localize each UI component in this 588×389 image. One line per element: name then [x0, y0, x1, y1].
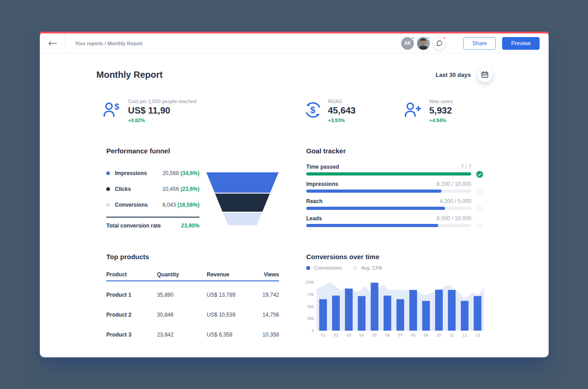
svg-text:01: 01 [321, 333, 325, 337]
avatar-ak[interactable]: AK [401, 37, 414, 50]
person-dollar-icon: $ [103, 99, 122, 123]
cell-product: Product 1 [106, 292, 157, 298]
svg-text:09: 09 [424, 333, 428, 337]
avatar-photo[interactable] [417, 37, 430, 50]
online-status-dot [411, 37, 414, 40]
goal-label: Reach [306, 198, 322, 204]
cell-views: 10,358 [256, 332, 279, 338]
kpi-new-users: New users 5,932 +4.94% [404, 99, 453, 123]
progress-track [306, 207, 471, 210]
online-status-dot [427, 37, 430, 40]
goal-row-impressions: Impressions8.200 / 10.000 [306, 181, 471, 193]
funnel-row-percent: (34,6%) [180, 170, 199, 176]
dollar-cycle-icon: $ [304, 99, 322, 123]
breadcrumb[interactable]: Your reports / Monthly Report [75, 41, 142, 46]
goal-status-icon [476, 223, 483, 229]
progress-fill [306, 224, 438, 227]
svg-text:05: 05 [372, 333, 377, 337]
top-products-table: Product Quantity Revenue Views Product 1… [106, 269, 279, 345]
kpi-label: New users [429, 99, 453, 104]
chart-legend: Conversions Avg. CPA [306, 265, 382, 270]
back-arrow-icon [48, 39, 57, 47]
impressions-dot [106, 171, 110, 175]
kpi-cost-per-reach: $ Cost per 1,000 people reached US$ 11,9… [103, 99, 196, 123]
funnel-row-percent: (23,6%) [180, 186, 199, 192]
top-bar-actions: AK [401, 37, 549, 50]
cell-views: 19,742 [256, 292, 279, 298]
cell-revenue: US$ 10,539 [207, 312, 256, 318]
section-title-conversions-over-time: Conversions over time [306, 253, 379, 261]
svg-text:08: 08 [411, 333, 415, 337]
goal-status-icon [476, 171, 483, 178]
date-range-label: Last 30 days [436, 71, 471, 78]
calendar-button[interactable] [477, 67, 493, 82]
funnel-row-value: 8,043 (16,56%) [162, 202, 199, 208]
goal-label: Impressions [306, 181, 338, 187]
goal-status-icon [476, 188, 483, 195]
cell-quantity: 35,890 [157, 292, 207, 298]
section-title-top-products: Top products [106, 253, 149, 261]
kpi-value: 5,932 [429, 105, 453, 116]
svg-text:06: 06 [385, 333, 390, 337]
person-add-icon [404, 99, 423, 123]
section-title-goal-tracker: Goal tracker [306, 147, 346, 155]
svg-text:75k: 75k [307, 292, 314, 297]
chat-button[interactable] [433, 37, 446, 50]
date-range-picker: Last 30 days [436, 67, 493, 82]
funnel-row-number: 10,456 [162, 186, 179, 192]
share-button[interactable]: Share [463, 37, 496, 50]
svg-text:12: 12 [462, 333, 467, 337]
cell-revenue: US$ 6,358 [207, 332, 256, 338]
svg-text:50k: 50k [307, 304, 314, 309]
page-title: Monthly Report [96, 70, 163, 80]
check-circle-icon [476, 171, 483, 178]
progress-fill [306, 190, 441, 193]
legend-item-conversions: Conversions [306, 265, 341, 270]
column-header-views: Views [256, 271, 279, 278]
kpi-delta: +4.94% [429, 118, 453, 123]
calendar-icon [481, 71, 488, 78]
funnel-row-label: Clicks [115, 186, 131, 192]
goal-value: 4.200 / 5.000 [440, 198, 471, 204]
conversions-dot [106, 203, 110, 207]
svg-text:02: 02 [334, 333, 338, 337]
total-conversion-rate-value: 23,90% [181, 223, 199, 229]
svg-text:04: 04 [360, 333, 364, 337]
goal-row-leads: Leads8.000 / 10.000 [306, 215, 471, 227]
progress-track [306, 172, 471, 176]
legend-item-avg-cpa: Avg. CPA [353, 265, 382, 270]
table-header-row: Product Quantity Revenue Views [106, 269, 279, 281]
legend-label: Avg. CPA [361, 265, 382, 270]
kpi-roas: $ ROAS 45,643 +3,93% [304, 99, 356, 123]
kpi-value: 45,643 [328, 105, 356, 116]
back-button[interactable] [40, 33, 65, 53]
chat-bubble-icon [436, 39, 443, 47]
column-header-quantity: Quantity [157, 271, 207, 278]
svg-text:13: 13 [475, 333, 480, 337]
table-row: Product 3 23,842 US$ 6,358 10,358 [106, 325, 279, 345]
title-row: Monthly Report Last 30 days [96, 67, 493, 82]
table-row: Product 2 30,846 US$ 10,539 14,756 [106, 305, 279, 325]
table-row: Product 1 35,890 US$ 13,789 19,742 [106, 285, 279, 305]
funnel-row-impressions: Impressions 20,568 (34,6%) [106, 165, 199, 181]
funnel-row-percent: (16,56%) [177, 202, 199, 208]
svg-text:0: 0 [312, 328, 314, 333]
section-title-performance-funnel: Performance funnel [106, 147, 170, 155]
conversions-legend-dot [306, 266, 310, 270]
cell-revenue: US$ 13,789 [207, 292, 256, 298]
funnel-row-label: Impressions [115, 170, 147, 176]
avg-cpa-legend-dot [353, 266, 357, 270]
cell-quantity: 30,846 [157, 312, 207, 318]
preview-button[interactable]: Preview [502, 37, 540, 50]
kpi-delta: +0.82% [128, 118, 196, 123]
cell-views: 14,756 [256, 312, 279, 318]
funnel-chart [206, 172, 279, 226]
funnel-row-value: 10,456 (23,6%) [162, 186, 199, 192]
svg-text:100k: 100k [305, 280, 314, 285]
column-header-product: Product [106, 271, 157, 278]
top-bar: Your reports / Monthly Report AK [40, 33, 549, 53]
cell-product: Product 2 [106, 312, 157, 318]
clicks-dot [106, 187, 110, 191]
goal-label: Time passed [306, 164, 339, 170]
funnel-row-label: Conversions [115, 202, 148, 208]
